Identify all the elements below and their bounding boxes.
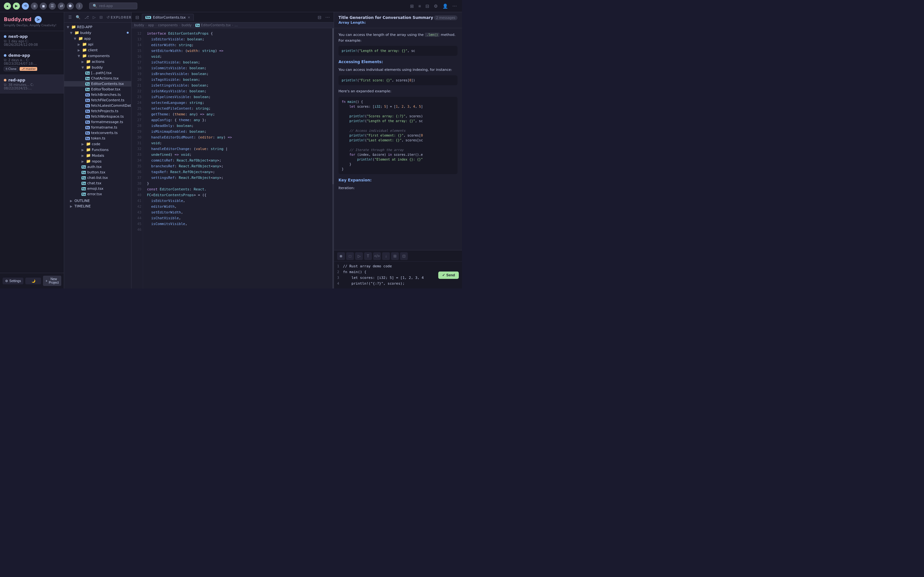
split-view-button[interactable]: ⊟: [424, 3, 431, 9]
tab-editorcontents[interactable]: tsx EditorContents.tsx ✕: [142, 14, 194, 21]
new-project-button[interactable]: + New Project: [43, 276, 61, 286]
tree-repos[interactable]: ▶ 📁 repos: [64, 158, 131, 164]
tree-file-textconverts[interactable]: ts textconverts.ts: [64, 130, 131, 135]
folder-icon-components: 📁: [82, 53, 87, 58]
tree-outline[interactable]: ▶ OUTLINE: [64, 198, 131, 203]
list-view-button[interactable]: ≡: [417, 3, 422, 9]
explorer-split-button[interactable]: ⊟: [99, 15, 103, 20]
settings-icon-button[interactable]: ⚙: [433, 3, 439, 9]
chat-text-expanded: Here's an expanded example:: [338, 89, 457, 94]
more-button[interactable]: ⋯: [451, 3, 458, 9]
tree-file-emoji[interactable]: tsx emoji.tsx: [64, 186, 131, 191]
play-button[interactable]: ▶: [13, 3, 20, 10]
split-editor-button[interactable]: ⊟: [134, 14, 141, 21]
folder-icon-app: 📁: [78, 36, 83, 41]
tree-client[interactable]: ▶ 📁 client: [64, 47, 131, 53]
breadcrumb-components[interactable]: components: [158, 23, 178, 27]
main-layout: Buddy.red > Simplify DevOps, Amplify Cre…: [0, 12, 462, 288]
tree-functions[interactable]: ▶ 📁 Functions: [64, 147, 131, 153]
tree-app[interactable]: ▼ 📁 app: [64, 35, 131, 41]
tree-file-formatmessage[interactable]: ts formatmessage.ts: [64, 119, 131, 125]
tool-btn-down[interactable]: ↓: [382, 252, 390, 260]
tree-code[interactable]: ▶ 📁 code: [64, 141, 131, 147]
tree-timeline[interactable]: ▶ TIMELINE: [64, 203, 131, 209]
right-panel: Title Generation for Conversation Summar…: [334, 12, 462, 288]
tree-file-chat-list[interactable]: tsx chat-list.tsx: [64, 175, 131, 181]
tool-btn-stop[interactable]: □: [346, 252, 354, 260]
tab-close-button[interactable]: ✕: [188, 16, 190, 19]
tree-buddy-sub[interactable]: ▼ 📁 buddy: [64, 64, 131, 70]
tree-file-editorcontents[interactable]: tsx EditorContents.tsx: [64, 81, 131, 87]
tree-file-auth[interactable]: tsx auth.tsx: [64, 164, 131, 169]
explorer-git-button[interactable]: ⎇: [83, 15, 90, 20]
stop-button[interactable]: ⏹: [40, 3, 47, 10]
run-button[interactable]: ●: [4, 3, 11, 10]
explorer-run-button[interactable]: ▷: [92, 15, 97, 20]
tool-btn-record[interactable]: ⏺: [337, 252, 345, 260]
editor-split-vert-button[interactable]: ⊟: [317, 14, 323, 21]
user-button[interactable]: 👤: [441, 3, 449, 9]
tree-file-fetchprojects[interactable]: ts fetchProjects.ts: [64, 108, 131, 114]
grid-view-button[interactable]: ⊞: [409, 3, 415, 9]
expand-button[interactable]: ⟩: [76, 3, 83, 10]
tree-file-fetchbranches[interactable]: ts fetchBranches.ts: [64, 92, 131, 97]
tree-actions[interactable]: ▶ 📁 actions: [64, 59, 131, 64]
editor-tabs: ⊟ tsx EditorContents.tsx ✕ ⊟ ⋯: [132, 12, 334, 23]
tree-file-token[interactable]: ts token.ts: [64, 135, 131, 141]
breadcrumb-file[interactable]: tsx EditorContents.tsx: [195, 23, 231, 27]
tree-file-editortoolbar[interactable]: tsx EditorToolbar.tsx: [64, 87, 131, 92]
tree-file-path[interactable]: tsx [...path].tsx: [64, 70, 131, 76]
tree-file-fetchfilecontent[interactable]: ts fetchFileContent.ts: [64, 97, 131, 103]
ts-icon-fetchprojects: ts: [86, 110, 90, 113]
tree-file-chat[interactable]: tsx chat.tsx: [64, 181, 131, 186]
menu-button[interactable]: ☰: [49, 3, 56, 10]
folder-icon-repos: 📁: [86, 159, 90, 163]
pause-button[interactable]: ⏸: [31, 3, 38, 10]
theme-toggle-button[interactable]: 🌙: [25, 277, 41, 284]
tree-file-chatactions[interactable]: tsx ChatActions.tsx: [64, 76, 131, 81]
breadcrumb-more[interactable]: …: [234, 23, 238, 27]
tree-buddy[interactable]: ▼ 📁 buddy: [64, 30, 131, 35]
tree-label-client: client: [88, 48, 97, 52]
breadcrumb-app[interactable]: app: [148, 23, 154, 27]
tree-label-auth: auth.tsx: [87, 165, 102, 169]
editor-more-button[interactable]: ⋯: [324, 14, 331, 21]
tree-file-fetchworkspace[interactable]: ts fetchWorkspace.ts: [64, 114, 131, 119]
tree-api[interactable]: ▶ 📁 api: [64, 41, 131, 47]
code-content[interactable]: interface EditorContentsProps { isEditor…: [143, 28, 333, 288]
ts-icon-fetchfilecontent: ts: [86, 99, 90, 102]
tree-label-buddy-sub: buddy: [92, 65, 103, 69]
breadcrumb-buddy[interactable]: buddy: [134, 23, 144, 27]
sidebar-footer: ⚙ Settings 🌙 + New Project: [0, 273, 64, 288]
tool-btn-grid[interactable]: ⊞: [391, 252, 399, 260]
breadcrumb-buddy2[interactable]: buddy: [182, 23, 192, 27]
tree-file-formatname[interactable]: ts formatname.ts: [64, 125, 131, 130]
tree-components[interactable]: ▼ 📁 components: [64, 53, 131, 59]
project-item-next-app[interactable]: next-app U: 1 day ago C: 08/26/2024/12:0…: [0, 31, 64, 50]
tree-file-fetchlatestcommit[interactable]: ts fetchLatestCommitDate.ts: [64, 103, 131, 108]
folder-icon-buddy: 📁: [74, 31, 79, 35]
settings-button[interactable]: ⚙ Settings: [3, 277, 23, 284]
explorer-refresh-button[interactable]: ↺: [105, 15, 111, 20]
tool-btn-code[interactable]: </>: [373, 252, 381, 260]
editor-scrollbar[interactable]: [333, 28, 334, 288]
project-item-demo-app[interactable]: demo-app U: 2 days a... C: 08/23/2024/07…: [0, 50, 64, 75]
tsx-icon-auth: tsx: [81, 165, 86, 169]
tree-label-formatmessage: formatmessage.ts: [91, 120, 123, 124]
sync-button[interactable]: ⟲: [22, 3, 29, 10]
send-button[interactable]: ✓ Send: [438, 271, 459, 279]
project-item-red-app[interactable]: red-app U: 38 minutes... C: 08/22/2024/1…: [0, 75, 64, 93]
chat-input-field[interactable]: // Rust array demo code fn main() { let …: [343, 263, 436, 287]
tree-file-error[interactable]: tsx error.tsx: [64, 191, 131, 197]
tool-btn-play[interactable]: ▷: [355, 252, 363, 260]
explorer-menu-button[interactable]: ☰: [67, 15, 73, 20]
pin-button[interactable]: ⬟: [67, 3, 74, 10]
tree-modals[interactable]: ▶ 📁 Modals: [64, 153, 131, 158]
explorer-search-button[interactable]: 🔍: [75, 15, 81, 20]
tool-btn-text[interactable]: T: [364, 252, 372, 260]
tree-file-button[interactable]: tsx button.tsx: [64, 169, 131, 175]
tree-root-red-app[interactable]: ▼ 📁 RED-APP: [64, 24, 131, 30]
tool-btn-layout[interactable]: ⊡: [400, 252, 408, 260]
switch-button[interactable]: ⇄: [58, 3, 65, 10]
chat-body[interactable]: You can access the length of the array u…: [334, 28, 462, 250]
